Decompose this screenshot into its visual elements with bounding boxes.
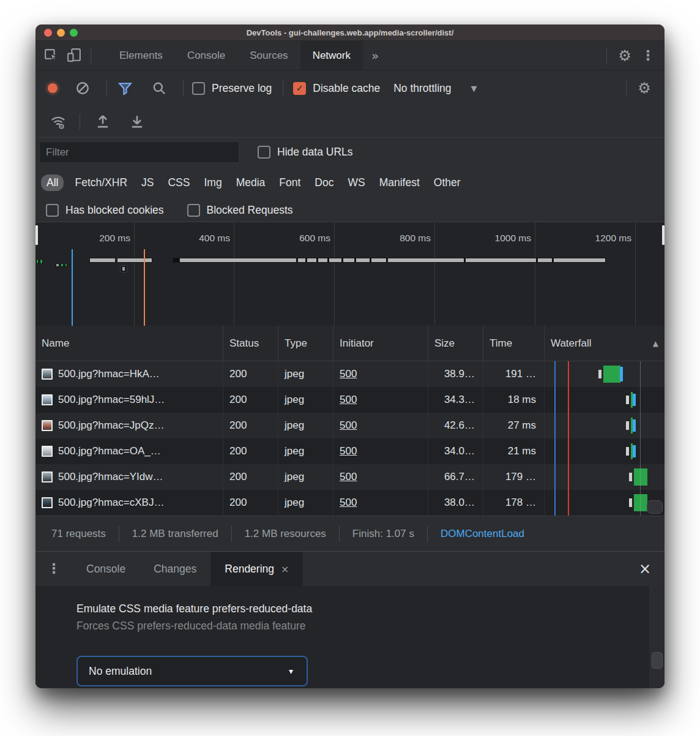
disable-cache-checkbox[interactable]: ✓ [293, 82, 306, 95]
overview-left-handle[interactable] [35, 225, 38, 245]
export-har-icon[interactable] [125, 110, 149, 133]
inspect-element-icon[interactable] [39, 44, 62, 67]
zoom-window-button[interactable] [70, 29, 78, 37]
filter-pill-doc[interactable]: Doc [315, 176, 333, 189]
filter-pill-manifest[interactable]: Manifest [379, 176, 420, 189]
tab-sources[interactable]: Sources [237, 41, 300, 70]
overview-chip [61, 263, 64, 267]
overview-bar-gap [536, 258, 538, 263]
has-blocked-cookies-label: Has blocked cookies [65, 204, 164, 217]
initiator-link[interactable]: 500 [340, 445, 357, 457]
column-header-name[interactable]: Name [35, 326, 223, 361]
import-har-icon[interactable] [91, 110, 114, 133]
filter-pill-fetch-xhr[interactable]: Fetch/XHR [75, 176, 127, 189]
drawer-tab-label: Rendering [225, 563, 274, 576]
summary-divider [119, 526, 119, 542]
request-row[interactable]: 500.jpg?hmac=OA_…200jpeg50034.0…21 ms [35, 438, 665, 464]
initiator-link[interactable]: 500 [340, 394, 357, 406]
tab-elements[interactable]: Elements [107, 41, 175, 70]
image-thumbnail [42, 446, 53, 457]
network-settings-gear-icon[interactable]: ⚙ [633, 77, 656, 100]
record-network-log-button[interactable] [48, 83, 58, 93]
select-arrow-icon: ▾ [289, 666, 293, 676]
request-row[interactable]: 500.jpg?hmac=JpQz…200jpeg50042.6…27 ms [35, 413, 665, 438]
drawer-menu-icon[interactable]: ⋮ [35, 562, 72, 576]
column-header-type[interactable]: Type [278, 326, 333, 361]
waterfall-queueing-tick [626, 447, 629, 456]
settings-gear-icon[interactable]: ⚙ [613, 44, 636, 67]
overview-activity-bar [117, 258, 152, 263]
close-window-button[interactable] [44, 29, 52, 37]
blocked-requests-checkbox[interactable] [187, 204, 200, 217]
column-header-time[interactable]: Time [483, 326, 545, 361]
initiator-link[interactable]: 500 [340, 497, 357, 509]
column-header-initiator[interactable]: Initiator [333, 326, 428, 361]
sort-ascending-icon[interactable]: ▲ [648, 339, 658, 348]
tab-console[interactable]: Console [175, 41, 237, 70]
window-titlebar: DevTools - gui-challenges.web.app/media-… [35, 24, 665, 41]
column-header-status[interactable]: Status [223, 326, 278, 361]
table-scrollbar-thumb[interactable] [647, 500, 663, 514]
search-icon[interactable] [147, 77, 171, 100]
cell-type: jpeg [278, 387, 333, 413]
cell-status: 200 [223, 438, 278, 464]
filter-pill-img[interactable]: Img [204, 176, 222, 189]
preserve-log-checkbox[interactable] [192, 82, 205, 95]
filter-pill-css[interactable]: CSS [168, 176, 190, 189]
toggle-device-toolbar-icon[interactable] [62, 44, 86, 67]
hide-data-urls-checkbox[interactable] [258, 146, 270, 159]
cell-time: 178 … [483, 490, 545, 516]
request-row[interactable]: 500.jpg?hmac=HkA…200jpeg50038.9…191 … [35, 361, 665, 387]
throttling-select[interactable]: No throttling ▼ [393, 82, 477, 95]
drawer-scrollbar[interactable] [650, 586, 665, 688]
drawer-tab-rendering[interactable]: Rendering× [210, 552, 303, 586]
column-header-size[interactable]: Size [428, 326, 483, 361]
blocked-filters-row: Has blocked cookies Blocked Requests [35, 199, 665, 222]
minimize-window-button[interactable] [57, 29, 65, 37]
initiator-link[interactable]: 500 [340, 419, 357, 432]
overview-gridline [434, 222, 435, 326]
filter-pill-all[interactable]: All [41, 175, 64, 191]
filter-pill-other[interactable]: Other [434, 176, 461, 189]
cell-time: 18 ms [483, 387, 545, 413]
cell-status: 200 [223, 387, 278, 413]
filter-input[interactable] [39, 141, 239, 163]
drawer-tab-changes[interactable]: Changes [140, 552, 210, 586]
drawer-scrollbar-thumb[interactable] [652, 652, 663, 669]
column-label-size: Size [434, 337, 455, 350]
request-row[interactable]: 500.jpg?hmac=cXBJ…200jpeg50038.0…178 … [35, 490, 665, 516]
filter-pill-font[interactable]: Font [279, 176, 300, 189]
summary-domcontentloaded: DOMContentLoad [441, 528, 524, 540]
waterfall-bar-green [634, 494, 647, 511]
request-row[interactable]: 500.jpg?hmac=59hlJ…200jpeg50034.3…18 ms [35, 387, 665, 413]
has-blocked-cookies-checkbox[interactable] [46, 204, 59, 217]
overview-chip [40, 259, 43, 264]
network-conditions-icon[interactable] [47, 110, 70, 133]
clear-network-log-icon[interactable] [71, 77, 94, 100]
cell-initiator: 500 [333, 438, 428, 464]
waterfall-bar-blue [633, 394, 636, 406]
initiator-link[interactable]: 500 [340, 471, 357, 483]
drawer-tab-console[interactable]: Console [72, 552, 140, 586]
prefers-reduced-data-select[interactable]: No emulation ▾ [76, 656, 308, 686]
more-tabs-icon[interactable]: » [371, 48, 379, 63]
filter-funnel-icon[interactable] [113, 77, 136, 100]
overview-bar-gap [386, 258, 388, 263]
close-drawer-icon[interactable]: × [639, 561, 651, 576]
window-title: DevTools - gui-challenges.web.app/media-… [247, 28, 454, 37]
filter-pill-js[interactable]: JS [141, 176, 154, 189]
panel-tabs: ElementsConsoleSourcesNetwork [107, 41, 363, 70]
overview-bar-gap [341, 258, 343, 263]
request-row[interactable]: 500.jpg?hmac=YIdw…200jpeg50066.7…179 … [35, 464, 665, 490]
column-header-waterfall[interactable]: Waterfall▲ [545, 326, 665, 361]
overview-right-handle[interactable] [662, 225, 665, 245]
close-tab-icon[interactable]: × [281, 563, 289, 575]
customize-devtools-icon[interactable]: ⋮ [636, 44, 660, 67]
network-overview-timeline[interactable]: 200 ms400 ms600 ms800 ms1000 ms1200 ms [35, 222, 665, 326]
filter-pill-ws[interactable]: WS [348, 176, 365, 189]
overview-bar-gap [354, 258, 356, 263]
waterfall-bar-green [603, 366, 620, 383]
filter-pill-media[interactable]: Media [236, 176, 266, 189]
tab-network[interactable]: Network [300, 41, 363, 70]
initiator-link[interactable]: 500 [340, 368, 357, 380]
